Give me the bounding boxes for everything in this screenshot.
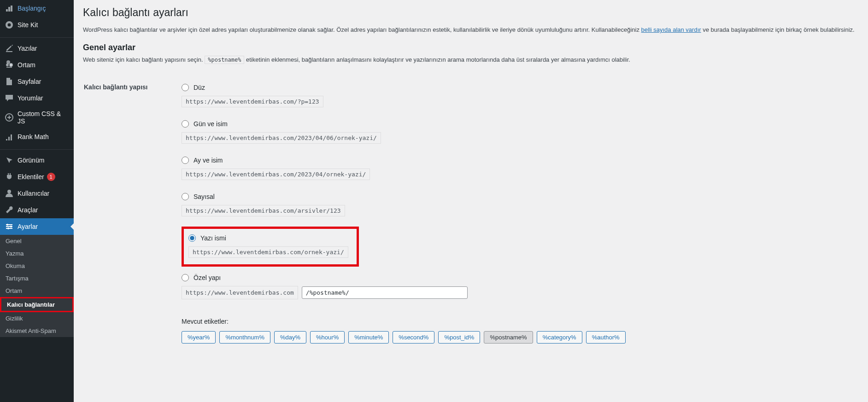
sidebar-item-dashboard[interactable]: Başlangıç bbox=[0, 0, 74, 17]
sidebar-item-rankmath[interactable]: Rank Math bbox=[0, 128, 74, 145]
sidebar-item-settings[interactable]: Ayarlar bbox=[0, 218, 74, 235]
sidebar-item-label: Yorumlar bbox=[18, 94, 43, 102]
sidebar-item-pages[interactable]: Sayfalar bbox=[0, 73, 74, 90]
sidebar-item-label: Başlangıç bbox=[18, 5, 46, 12]
intro-paragraph: WordPress kalıcı bağlantılar ve arşivler… bbox=[83, 25, 859, 35]
permalink-radio-plain[interactable] bbox=[182, 84, 189, 91]
permalink-radio-label-monthname[interactable]: Ay ve isim bbox=[182, 157, 853, 164]
permalink-example: https://www.leventdemirbas.com/2023/04/0… bbox=[182, 132, 853, 144]
tag-button-author[interactable]: %author% bbox=[586, 331, 626, 344]
permalink-example-code: https://www.leventdemirbas.com/arsivler/… bbox=[182, 205, 345, 216]
sidebar-item-label: Kullanıcılar bbox=[18, 190, 49, 197]
permalink-radio-postname[interactable] bbox=[188, 234, 196, 242]
sidebar-item-appearance[interactable]: Görünüm bbox=[0, 152, 74, 169]
submenu-item-general[interactable]: Genel bbox=[0, 235, 74, 247]
permalink-example-code: https://www.leventdemirbas.com/?p=123 bbox=[182, 96, 323, 107]
tools-icon bbox=[5, 205, 14, 215]
svg-point-8 bbox=[10, 226, 12, 227]
permalink-option-label: Gün ve isim bbox=[194, 120, 228, 128]
common-settings-heading: Genel ayarlar bbox=[83, 43, 859, 52]
tag-button-postname[interactable]: %postname% bbox=[484, 331, 533, 344]
tag-button-second[interactable]: %second% bbox=[393, 331, 434, 344]
submenu-item-discussion[interactable]: Tartışma bbox=[0, 272, 74, 285]
sidebar-item-sitekit[interactable]: Site Kit bbox=[0, 17, 74, 33]
permalink-option-custom: Özel yapıhttps://www.leventdemirbas.com bbox=[182, 271, 853, 306]
svg-point-7 bbox=[6, 224, 8, 226]
permalink-option-label: Yazı ismi bbox=[200, 234, 226, 242]
svg-point-3 bbox=[7, 190, 11, 193]
tag-button-day[interactable]: %day% bbox=[274, 331, 306, 344]
permalink-example: https://www.leventdemirbas.com/2023/04/o… bbox=[182, 169, 853, 180]
intro-text-before: WordPress kalıcı bağlantılar ve arşivler… bbox=[83, 26, 641, 33]
svg-point-1 bbox=[10, 64, 12, 66]
permalink-radio-label-postname[interactable]: Yazı ismi bbox=[188, 234, 348, 242]
permalink-radio-label-numeric[interactable]: Sayısal bbox=[182, 193, 853, 200]
structure-label: Kalıcı bağlantı yapısı bbox=[84, 74, 176, 350]
postname-code: %postname% bbox=[205, 56, 244, 64]
permalink-example: https://www.leventdemirbas.com/?p=123 bbox=[182, 96, 853, 107]
permalink-option-label: Ay ve isim bbox=[194, 157, 223, 164]
available-tags-label: Mevcut etiketler: bbox=[182, 317, 853, 326]
tag-button-monthnum[interactable]: %monthnum% bbox=[219, 331, 270, 344]
plugins-icon bbox=[5, 172, 14, 181]
submenu-item-privacy[interactable]: Gizlilik bbox=[0, 312, 74, 325]
permalink-example: https://www.leventdemirbas.com/arsivler/… bbox=[182, 205, 853, 216]
permalink-options: Düzhttps://www.leventdemirbas.com/?p=123… bbox=[182, 81, 853, 309]
sidebar-item-tools[interactable]: Araçlar bbox=[0, 202, 74, 218]
submenu-item-writing[interactable]: Yazma bbox=[0, 247, 74, 260]
sidebar-item-label: Ortam bbox=[18, 61, 35, 69]
custom-structure-input[interactable] bbox=[302, 286, 468, 299]
sidebar-item-label: Yazılar bbox=[18, 45, 37, 52]
submenu-item-permalinks[interactable]: Kalıcı bağlantılar bbox=[0, 297, 74, 312]
permalink-radio-label-custom[interactable]: Özel yapı bbox=[182, 274, 853, 281]
tag-button-category[interactable]: %category% bbox=[537, 331, 582, 344]
main-content: Kalıcı bağlantı ayarları WordPress kalıc… bbox=[74, 0, 868, 402]
permalink-radio-label-plain[interactable]: Düz bbox=[182, 84, 853, 91]
sidebar-item-label: Custom CSS & JS bbox=[18, 110, 69, 125]
sidebar-item-label: Site Kit bbox=[18, 21, 38, 29]
permalink-radio-monthname[interactable] bbox=[182, 157, 189, 164]
available-tags-link[interactable]: belli sayıda alan vardır bbox=[641, 26, 701, 33]
settings-icon bbox=[5, 222, 14, 231]
update-badge: 1 bbox=[47, 173, 55, 181]
tag-button-minute[interactable]: %minute% bbox=[348, 331, 389, 344]
permalink-option-numeric: Sayısalhttps://www.leventdemirbas.com/ar… bbox=[182, 190, 853, 223]
sidebar-item-posts[interactable]: Yazılar bbox=[0, 40, 74, 57]
sidebar-item-label: Sayfalar bbox=[18, 78, 41, 85]
tag-button-hour[interactable]: %hour% bbox=[310, 331, 345, 344]
users-icon bbox=[5, 189, 14, 198]
sidebar-item-label: Rank Math bbox=[18, 133, 49, 140]
appearance-icon bbox=[5, 156, 14, 165]
permalink-option-monthname: Ay ve isimhttps://www.leventdemirbas.com… bbox=[182, 154, 853, 186]
admin-sidebar: BaşlangıçSite KitYazılarOrtamSayfalarYor… bbox=[0, 0, 74, 402]
posts-icon bbox=[5, 44, 14, 53]
sidebar-item-comments[interactable]: Yorumlar bbox=[0, 90, 74, 106]
sidebar-item-plugins[interactable]: Eklentiler1 bbox=[0, 169, 74, 185]
permalink-example-code: https://www.leventdemirbas.com/2023/04/0… bbox=[182, 132, 381, 144]
tag-button-year[interactable]: %year% bbox=[182, 331, 216, 344]
permalink-option-dayname: Gün ve isimhttps://www.leventdemirbas.co… bbox=[182, 117, 853, 150]
permalink-radio-numeric[interactable] bbox=[182, 193, 189, 200]
sidebar-item-label: Görünüm bbox=[18, 157, 44, 164]
common-help-before: Web siteniz için kalıcı bağlantı yapısın… bbox=[83, 56, 205, 63]
permalink-radio-custom[interactable] bbox=[182, 274, 189, 281]
submenu-item-akismet[interactable]: Akismet Anti-Spam bbox=[0, 325, 74, 337]
tag-button-post_id[interactable]: %post_id% bbox=[438, 331, 480, 344]
svg-point-0 bbox=[6, 64, 9, 66]
svg-point-9 bbox=[7, 227, 9, 229]
sidebar-item-customcss[interactable]: Custom CSS & JS bbox=[0, 106, 74, 128]
submenu-item-media[interactable]: Ortam bbox=[0, 285, 74, 297]
sidebar-item-media[interactable]: Ortam bbox=[0, 57, 74, 73]
submenu-item-reading[interactable]: Okuma bbox=[0, 260, 74, 272]
sidebar-item-users[interactable]: Kullanıcılar bbox=[0, 185, 74, 202]
common-help-after: etiketinin eklenmesi, bağlantıların anla… bbox=[244, 56, 630, 63]
pages-icon bbox=[5, 77, 14, 86]
permalink-option-plain: Düzhttps://www.leventdemirbas.com/?p=123 bbox=[182, 81, 853, 114]
permalink-radio-label-dayname[interactable]: Gün ve isim bbox=[182, 120, 853, 128]
media-icon bbox=[5, 60, 14, 70]
rankmath-icon bbox=[5, 132, 14, 141]
permalink-option-postname: Yazı ismihttps://www.leventdemirbas.com/… bbox=[182, 227, 359, 267]
permalink-option-label: Sayısal bbox=[194, 193, 215, 200]
permalink-radio-dayname[interactable] bbox=[182, 120, 189, 128]
permalink-form-table: Kalıcı bağlantı yapısı Düzhttps://www.le… bbox=[83, 73, 859, 351]
